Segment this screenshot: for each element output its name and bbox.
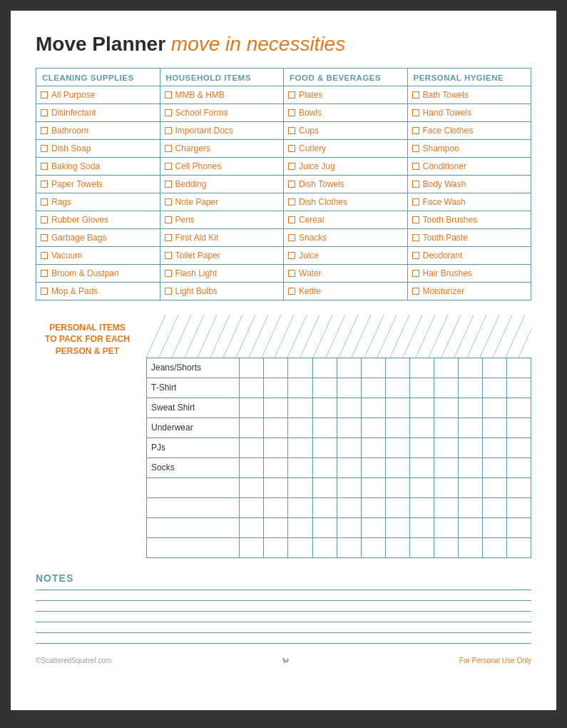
list-item[interactable]: Juice Jug [288, 160, 403, 173]
grid-cell[interactable] [337, 438, 361, 457]
grid-cell[interactable] [240, 358, 264, 378]
grid-cell[interactable] [240, 418, 264, 438]
grid-cell[interactable] [506, 457, 531, 477]
grid-cell[interactable] [409, 497, 434, 517]
grid-cell[interactable] [506, 438, 531, 457]
list-item[interactable]: Kettle [288, 285, 403, 298]
grid-cell[interactable] [434, 457, 458, 477]
grid-cell[interactable] [361, 398, 385, 418]
grid-cell[interactable] [458, 378, 482, 398]
grid-cell[interactable] [409, 418, 434, 438]
grid-cell[interactable] [409, 457, 434, 477]
grid-cell[interactable] [482, 537, 506, 557]
grid-cell[interactable] [337, 398, 361, 418]
grid-cell[interactable] [506, 477, 531, 497]
list-item[interactable]: Cups [288, 124, 403, 137]
grid-cell[interactable] [385, 358, 409, 378]
grid-cell[interactable] [337, 418, 361, 438]
grid-cell[interactable] [385, 457, 409, 477]
grid-cell[interactable] [409, 477, 434, 497]
grid-cell[interactable] [240, 457, 264, 477]
grid-cell[interactable] [312, 358, 337, 378]
grid-cell[interactable] [385, 418, 409, 438]
grid-cell[interactable] [506, 517, 531, 537]
grid-cell[interactable] [434, 358, 458, 378]
grid-cell[interactable] [288, 517, 312, 537]
grid-cell[interactable] [482, 378, 506, 398]
list-item[interactable]: All Purpose [41, 89, 155, 101]
grid-cell[interactable] [458, 398, 482, 418]
list-item[interactable]: MMB & HMB [165, 89, 280, 101]
grid-cell[interactable] [264, 438, 288, 457]
list-item[interactable]: Hair Brushes [412, 267, 527, 280]
grid-cell[interactable] [337, 457, 361, 477]
grid-cell[interactable] [337, 497, 361, 517]
grid-cell[interactable] [288, 477, 312, 497]
grid-cell[interactable] [240, 497, 264, 517]
list-item[interactable]: Rubber Gloves [41, 213, 155, 226]
list-item[interactable]: Important Docs [165, 124, 280, 137]
grid-cell[interactable] [409, 537, 434, 557]
list-item[interactable]: Plates [288, 89, 403, 101]
list-item[interactable]: Water [288, 267, 403, 280]
grid-cell[interactable] [288, 398, 312, 418]
grid-cell[interactable] [434, 378, 458, 398]
grid-cell[interactable] [337, 537, 361, 557]
list-item[interactable]: Conditioner [412, 160, 527, 173]
grid-cell[interactable] [434, 438, 458, 457]
grid-cell[interactable] [264, 418, 288, 438]
list-item[interactable]: Shampoo [412, 142, 527, 155]
grid-cell[interactable] [240, 438, 264, 457]
list-item[interactable]: Mop & Pads [41, 285, 155, 298]
grid-cell[interactable] [506, 537, 531, 557]
list-item[interactable]: Bowls [288, 106, 403, 119]
grid-cell[interactable] [288, 418, 312, 438]
grid-cell[interactable] [482, 358, 506, 378]
grid-cell[interactable] [264, 517, 288, 537]
list-item[interactable]: Cell Phones [165, 160, 280, 173]
grid-cell[interactable] [288, 438, 312, 457]
list-item[interactable]: School Forms [165, 106, 280, 119]
grid-cell[interactable] [434, 477, 458, 497]
grid-cell[interactable] [458, 517, 482, 537]
list-item[interactable]: Bedding [165, 178, 280, 191]
grid-cell[interactable] [312, 438, 337, 457]
grid-cell[interactable] [288, 497, 312, 517]
grid-cell[interactable] [312, 537, 337, 557]
grid-cell[interactable] [361, 537, 385, 557]
grid-cell[interactable] [288, 457, 312, 477]
grid-cell[interactable] [288, 358, 312, 378]
grid-cell[interactable] [312, 497, 337, 517]
grid-cell[interactable] [434, 517, 458, 537]
list-item[interactable]: Garbage Bags [41, 231, 155, 244]
grid-cell[interactable] [409, 438, 434, 457]
grid-cell[interactable] [458, 418, 482, 438]
list-item[interactable]: Bathroom [41, 124, 155, 137]
grid-cell[interactable] [458, 497, 482, 517]
grid-cell[interactable] [409, 378, 434, 398]
grid-cell[interactable] [361, 358, 385, 378]
grid-cell[interactable] [506, 358, 531, 378]
grid-cell[interactable] [434, 418, 458, 438]
grid-cell[interactable] [458, 457, 482, 477]
list-item[interactable]: Rags [41, 196, 155, 208]
list-item[interactable]: Pens [165, 213, 280, 226]
grid-cell[interactable] [506, 418, 531, 438]
grid-cell[interactable] [506, 378, 531, 398]
grid-cell[interactable] [240, 517, 264, 537]
grid-cell[interactable] [240, 477, 264, 497]
grid-cell[interactable] [458, 438, 482, 457]
grid-cell[interactable] [458, 537, 482, 557]
grid-cell[interactable] [264, 358, 288, 378]
list-item[interactable]: Snacks [288, 231, 403, 244]
grid-cell[interactable] [361, 497, 385, 517]
grid-cell[interactable] [482, 517, 506, 537]
grid-cell[interactable] [264, 457, 288, 477]
grid-cell[interactable] [264, 497, 288, 517]
list-item[interactable]: Disinfectant [41, 106, 155, 119]
grid-cell[interactable] [385, 438, 409, 457]
grid-cell[interactable] [288, 537, 312, 557]
grid-cell[interactable] [240, 398, 264, 418]
grid-cell[interactable] [312, 517, 337, 537]
grid-cell[interactable] [409, 398, 434, 418]
